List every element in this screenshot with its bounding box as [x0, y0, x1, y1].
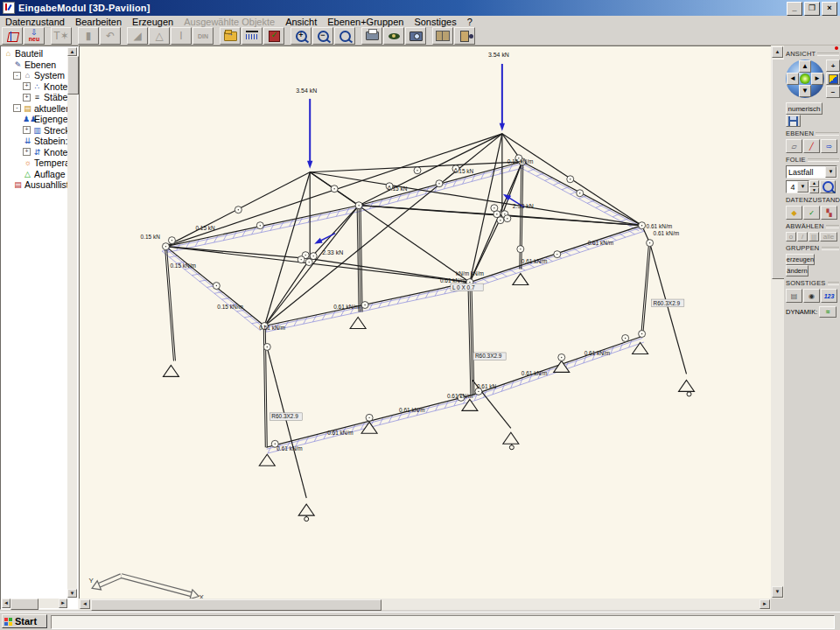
auswahlliste-icon: ▤: [13, 180, 23, 189]
expand-icon[interactable]: +: [23, 126, 31, 134]
manual-button[interactable]: [432, 27, 453, 45]
folie-type-select[interactable]: Lastfall ▼: [786, 165, 837, 178]
exit-button[interactable]: [454, 27, 475, 45]
tree-item-temperatur[interactable]: ☼Tempera: [2, 158, 67, 169]
tree-item-system[interactable]: -⌂System: [2, 70, 67, 81]
print-button[interactable]: [361, 27, 382, 45]
zoom-in-button[interactable]: +: [290, 27, 312, 45]
maximize-button[interactable]: ❐: [804, 2, 820, 16]
wall-state-button[interactable]: ▚: [821, 206, 837, 220]
svg-text:0.15 kN/m: 0.15 kN/m: [508, 158, 533, 164]
snapshot-button[interactable]: [405, 27, 426, 45]
zoom-window-button[interactable]: [334, 27, 355, 45]
group-create-button[interactable]: erzeugen: [786, 254, 815, 265]
din-standard-button: DIN: [192, 27, 214, 45]
menu-sonstiges[interactable]: Sonstiges: [409, 17, 461, 27]
rotate-left-button[interactable]: ◄: [787, 73, 799, 85]
zoom-out-button[interactable]: −: [312, 27, 333, 45]
minimize-button[interactable]: _: [787, 2, 802, 16]
menu-erzeugen[interactable]: Erzeugen: [127, 17, 178, 27]
tree-item-knotenlasten[interactable]: +⇵Knotenl:: [2, 147, 67, 158]
taskbar: Start: [0, 612, 840, 630]
svg-text:0.61 kN: 0.61 kN: [477, 383, 497, 389]
title-bar: EingabeModul [3D-Pavilion] _ ❐ ×: [0, 0, 840, 16]
folie-search-button[interactable]: [820, 180, 836, 193]
tree-item-auflager[interactable]: △Auflage: [2, 169, 67, 180]
group-modify-button[interactable]: ändern: [786, 265, 808, 276]
tree-item-bauteil[interactable]: ⌂Bauteil: [2, 48, 67, 60]
magnifier-icon: [340, 31, 351, 42]
check-state-button[interactable]: ✓: [803, 206, 820, 220]
numeric-view-button[interactable]: numerisch: [786, 102, 822, 115]
gruppen-header: GRUPPEN: [786, 244, 839, 252]
plane-next-button[interactable]: ⇨: [821, 139, 837, 153]
canvas-vscrollbar[interactable]: ▲ ▼: [771, 46, 784, 598]
svg-text:3.54 kN: 3.54 kN: [488, 52, 509, 58]
expand-icon[interactable]: +: [23, 94, 31, 102]
menu-ansicht[interactable]: Ansicht: [280, 17, 322, 27]
folie-number-stepper[interactable]: ▲▼: [809, 180, 819, 193]
display-button[interactable]: ◉: [803, 289, 820, 303]
model-canvas[interactable]: 3.54 kN3.54 kN2.33 kN2.33 kN0.15 kN0.15 …: [79, 46, 771, 598]
tree-item-label: Stabein:: [34, 136, 67, 146]
canvas-hscrollbar[interactable]: ◄ ►: [79, 598, 771, 610]
tree-item-ebenen[interactable]: ✎Ebenen: [2, 60, 67, 71]
menu-?[interactable]: ?: [462, 17, 478, 27]
plane-edit-icon: ╱: [809, 143, 814, 150]
staebe-icon: ≡: [32, 93, 42, 102]
new-object-button[interactable]: ⇩neu: [24, 27, 45, 45]
zoom-out-view-button[interactable]: −: [826, 86, 840, 98]
magnifier-icon: −: [318, 31, 329, 42]
view-options-button[interactable]: [383, 27, 404, 45]
numbering-button[interactable]: 123: [821, 289, 837, 303]
fill-state-button[interactable]: ◆: [786, 206, 802, 220]
print-icon: [366, 32, 379, 40]
rotation-center-icon[interactable]: [800, 74, 810, 84]
collapse-icon[interactable]: -: [13, 104, 21, 112]
menu-bearbeiten[interactable]: Bearbeiten: [70, 17, 127, 27]
streckenlasten-icon: ▥: [32, 126, 42, 135]
expand-icon[interactable]: +: [23, 148, 31, 156]
section-view-button[interactable]: [826, 73, 840, 85]
tree-item-auswahlliste[interactable]: ▤Ausuahlliste: [2, 179, 67, 191]
tree-item-label: Ebenen: [24, 60, 56, 70]
ansicht-header: ANSICHT: [786, 50, 839, 58]
tree-hscrollbar[interactable]: ◄ ►: [2, 598, 67, 608]
tree-vscrollbar[interactable]: ▲ ▼: [67, 47, 77, 598]
expand-icon[interactable]: +: [23, 82, 31, 90]
zoom-in-view-button[interactable]: +: [826, 60, 840, 72]
rotate-right-button[interactable]: ►: [811, 73, 823, 85]
start-button[interactable]: Start: [2, 614, 47, 628]
app-window: EingabeModul [3D-Pavilion] _ ❐ × Datenzu…: [0, 0, 840, 611]
taskbar-empty-area: [51, 615, 835, 629]
plane-edit-button[interactable]: ╱: [803, 139, 820, 153]
plane-select-button[interactable]: ▱: [786, 139, 802, 153]
dynamics-button[interactable]: ≈: [819, 306, 836, 318]
collapse-icon[interactable]: -: [13, 72, 21, 80]
rotate-down-button[interactable]: ▼: [799, 85, 811, 97]
load-generator-button[interactable]: [242, 27, 262, 45]
chevron-down-icon[interactable]: ▼: [825, 166, 836, 178]
folie-number-select[interactable]: 4 ▼: [786, 180, 809, 193]
chevron-down-icon[interactable]: ▼: [797, 181, 808, 192]
tree-item-stabeinwirkungen[interactable]: ⇊Stabein:: [2, 136, 67, 147]
tree-item-label: Stäbe: [44, 92, 67, 102]
tree-item-aktueller-lastfall[interactable]: -▤aktueller Las: [2, 103, 67, 115]
comb-icon: [246, 31, 258, 41]
generate-icon: T✶: [53, 31, 68, 41]
check-data-button[interactable]: [263, 27, 284, 45]
tree-item-streckenlasten[interactable]: +▥Strecker: [2, 125, 67, 136]
save-view-button[interactable]: [786, 115, 801, 127]
open-file-button[interactable]: [220, 27, 241, 45]
menu-ebenen-gruppen[interactable]: Ebenen+Gruppen: [322, 17, 409, 27]
page-marker-button[interactable]: ▤: [786, 289, 802, 303]
menu-datenzustand[interactable]: Datenzustand: [0, 17, 70, 27]
tree-item-staebe[interactable]: +≡Stäbe: [2, 92, 67, 103]
close-button[interactable]: ×: [822, 2, 837, 16]
tree-item-knoten[interactable]: +∴Knoten: [2, 81, 67, 93]
svg-text:2.33 kN: 2.33 kN: [513, 203, 534, 209]
svg-text:R60.3X2.9: R60.3X2.9: [271, 413, 298, 419]
structure-mode-button[interactable]: [2, 27, 23, 45]
tree-item-eigengewicht[interactable]: ♟♟Eigenge: [2, 114, 67, 125]
rotate-up-button[interactable]: ▲: [799, 60, 811, 73]
